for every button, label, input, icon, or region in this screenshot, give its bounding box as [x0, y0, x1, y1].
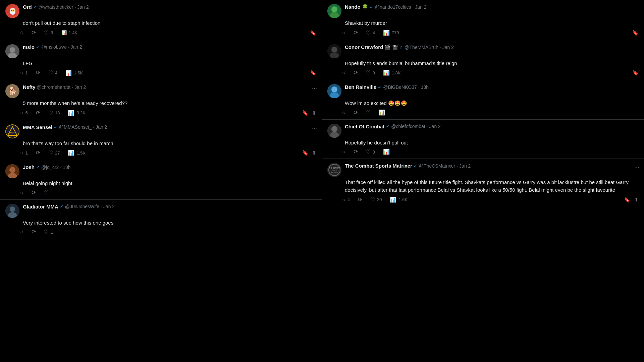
tweet-actions: ○ ⟳ ♡ 9 📊 1.4K 🔖: [5, 30, 316, 36]
reply-action[interactable]: ○: [20, 30, 23, 36]
retweet-action[interactable]: ⟳: [36, 110, 40, 116]
tweet-meta: Nando 🍀 ✓ @nando17celtics · Jan 2: [345, 4, 639, 10]
more-button[interactable]: ···: [634, 164, 639, 171]
like-icon: ♡: [370, 197, 375, 202]
retweet-action[interactable]: ⟳: [32, 229, 36, 235]
right-actions: 🔖: [297, 30, 316, 36]
reply-icon: ○: [20, 150, 23, 156]
reply-action[interactable]: ○ 4: [342, 197, 350, 202]
tweet-meta: Gladiator MMA ✓ @J0nJonesWife · Jan 2: [23, 204, 316, 209]
reply-action[interactable]: ○: [342, 149, 345, 155]
handle: @chromehardttt: [37, 84, 71, 90]
retweet-action[interactable]: ⟳: [354, 70, 358, 75]
verified-icon: ✓: [386, 124, 390, 129]
tweet-header: Josh ✓ @jq_cr2 · 18h: [5, 164, 316, 178]
reply-count: 6: [25, 110, 28, 115]
share-icon[interactable]: ⬆: [312, 150, 316, 156]
author-name: Nando 🍀: [345, 4, 368, 10]
retweet-icon: ⟳: [36, 70, 40, 75]
like-action[interactable]: ♡ 1: [44, 229, 53, 235]
like-icon: ♡: [48, 110, 53, 116]
views-action[interactable]: 📊 1.6K: [390, 197, 408, 202]
svg-text:MMA: MMA: [9, 131, 15, 134]
avatar-josh: [5, 164, 19, 178]
retweet-action[interactable]: ⟳: [32, 190, 36, 195]
bookmark-icon[interactable]: 🔖: [310, 30, 316, 36]
author-line: MMA Sensei ✓ @MMASensei_ · Jan 2: [23, 124, 316, 130]
bookmark-icon[interactable]: 🔖: [310, 70, 316, 76]
verified-icon: ✓: [60, 204, 64, 209]
like-action[interactable]: ♡ 4: [366, 30, 375, 36]
author-name: The Combat Sports Matrixer: [345, 163, 412, 169]
reply-action[interactable]: ○ 6: [20, 110, 28, 116]
like-action[interactable]: ♡: [366, 110, 371, 115]
handle: @nando17celtics: [375, 4, 411, 10]
share-icon[interactable]: ⬆: [312, 110, 316, 116]
time: 18h: [63, 165, 70, 170]
like-icon: ♡: [44, 30, 49, 36]
author-name: Nefty: [23, 84, 36, 90]
views-action[interactable]: 📊 3.2K: [68, 110, 86, 116]
reply-action[interactable]: ○: [342, 110, 345, 115]
retweet-action[interactable]: ⟳: [354, 110, 358, 115]
tweet-header: 🐕 Nefty @chromehardttt · Jan 2: [5, 84, 316, 98]
share-icon[interactable]: ⬆: [634, 197, 639, 203]
like-action[interactable]: ♡ 3: [366, 149, 375, 155]
reply-icon: ○: [20, 229, 23, 235]
reply-action[interactable]: ○: [20, 190, 23, 195]
like-action[interactable]: ♡ 4: [48, 70, 57, 75]
views-action[interactable]: 📊 779: [383, 30, 399, 36]
like-action[interactable]: ♡ 20: [370, 197, 382, 202]
bookmark-icon[interactable]: 🔖: [632, 70, 639, 76]
like-icon: ♡: [48, 70, 53, 75]
tweet-text: LFG: [5, 60, 316, 67]
retweet-action[interactable]: ⟳: [354, 149, 358, 155]
views-action[interactable]: 📊 1.4K: [61, 30, 78, 35]
more-button[interactable]: ···: [312, 125, 317, 132]
retweet-action[interactable]: ⟳: [358, 197, 362, 202]
views-action[interactable]: 📊: [383, 149, 390, 155]
reply-action[interactable]: ○: [342, 70, 345, 75]
reply-action[interactable]: ○ 1: [20, 70, 28, 75]
tweet-actions: ○ ⟳ ♡ 1: [5, 229, 316, 235]
views-count: 1.5K: [74, 70, 83, 75]
like-action[interactable]: ♡ 8: [366, 70, 375, 75]
tweet-text: Belal going night night.: [5, 180, 316, 187]
tweet-gladiator: Gladiator MMA ✓ @J0nJonesWife · Jan 2 Ve…: [0, 200, 322, 239]
views-action[interactable]: 📊 1.8K: [383, 70, 401, 75]
views-count: 3.2K: [76, 110, 86, 115]
retweet-action[interactable]: ⟳: [36, 150, 40, 156]
more-button[interactable]: ···: [312, 85, 317, 92]
author-name: msio: [23, 44, 35, 50]
reply-action[interactable]: ○: [20, 229, 23, 235]
author-line: The Combat Sports Matrixer ✓ @TheCSMatri…: [345, 163, 639, 169]
tweet-msio: msio ✓ @msiobtww · Jan 2 LFG ○ 1 ⟳: [0, 40, 322, 80]
like-action[interactable]: ♡ 18: [48, 110, 60, 116]
reply-icon: ○: [342, 110, 345, 115]
retweet-action[interactable]: ⟳: [354, 30, 358, 36]
bookmark-icon[interactable]: 🔖: [302, 110, 309, 116]
tweet-actions: ○ 4 ⟳ ♡ 20 📊 1.6K 🔖 ⬆: [327, 197, 639, 203]
svg-text:THE COMBAT: THE COMBAT: [329, 167, 340, 169]
like-action[interactable]: ♡: [44, 190, 49, 195]
tweet-actions: ○ 6 ⟳ ♡ 18 📊 3.2K 🔖 ⬆: [5, 110, 316, 116]
bookmark-icon[interactable]: 🔖: [302, 150, 309, 156]
tweet-text: Wow im so excited 🤩🤩🤩: [327, 100, 639, 107]
views-action[interactable]: 📊 1.5K: [68, 150, 86, 156]
bookmark-icon[interactable]: 🔖: [632, 30, 639, 36]
bookmark-icon[interactable]: 🔖: [624, 197, 630, 203]
reply-action[interactable]: ○ 1: [20, 150, 28, 156]
views-action[interactable]: 📊 1.5K: [65, 70, 83, 75]
retweet-action[interactable]: ⟳: [36, 70, 40, 75]
reply-icon: ○: [20, 190, 23, 195]
like-action[interactable]: ♡ 27: [48, 150, 60, 156]
retweet-action[interactable]: ⟳: [32, 30, 36, 36]
views-action[interactable]: 📊: [379, 110, 385, 115]
tweet-meta: Nefty @chromehardttt · Jan 2: [23, 84, 316, 90]
tweet-actions: ○ ⟳ ♡ 8 📊 1.8K 🔖: [327, 70, 639, 76]
time: Jan 2: [415, 4, 426, 10]
tweet-actions: ○ ⟳ ♡: [5, 190, 316, 195]
time: Jan 2: [459, 163, 471, 169]
like-action[interactable]: ♡ 9: [44, 30, 53, 36]
reply-action[interactable]: ○: [342, 30, 345, 36]
